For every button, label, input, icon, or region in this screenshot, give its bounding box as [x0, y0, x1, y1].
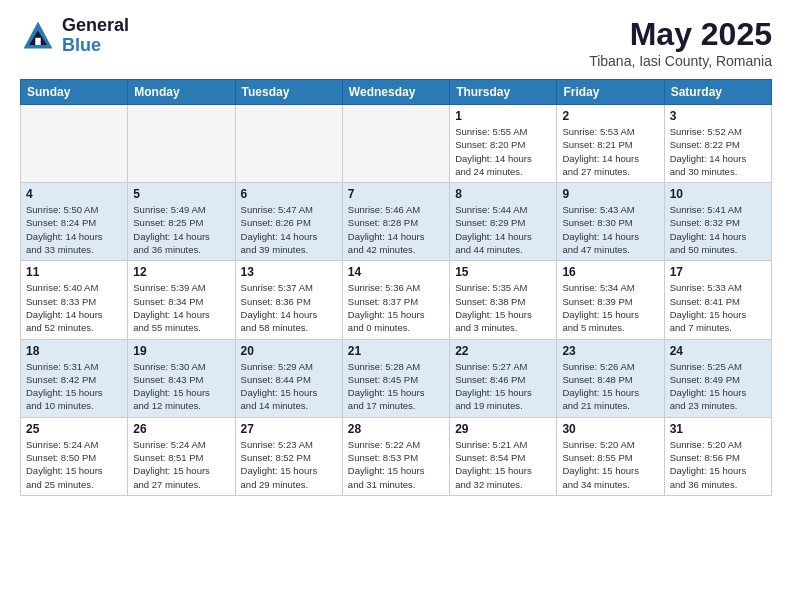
- calendar-week-row: 25Sunrise: 5:24 AM Sunset: 8:50 PM Dayli…: [21, 417, 772, 495]
- calendar-day-header: Tuesday: [235, 80, 342, 105]
- day-info: Sunrise: 5:52 AM Sunset: 8:22 PM Dayligh…: [670, 125, 766, 178]
- day-info: Sunrise: 5:47 AM Sunset: 8:26 PM Dayligh…: [241, 203, 337, 256]
- day-info: Sunrise: 5:28 AM Sunset: 8:45 PM Dayligh…: [348, 360, 444, 413]
- day-info: Sunrise: 5:41 AM Sunset: 8:32 PM Dayligh…: [670, 203, 766, 256]
- day-number: 19: [133, 344, 229, 358]
- calendar-day-cell: 28Sunrise: 5:22 AM Sunset: 8:53 PM Dayli…: [342, 417, 449, 495]
- day-number: 18: [26, 344, 122, 358]
- calendar-day-cell: 17Sunrise: 5:33 AM Sunset: 8:41 PM Dayli…: [664, 261, 771, 339]
- day-info: Sunrise: 5:22 AM Sunset: 8:53 PM Dayligh…: [348, 438, 444, 491]
- calendar-day-cell: 22Sunrise: 5:27 AM Sunset: 8:46 PM Dayli…: [450, 339, 557, 417]
- calendar-day-cell: 20Sunrise: 5:29 AM Sunset: 8:44 PM Dayli…: [235, 339, 342, 417]
- calendar-day-cell: 6Sunrise: 5:47 AM Sunset: 8:26 PM Daylig…: [235, 183, 342, 261]
- calendar-day-cell: 24Sunrise: 5:25 AM Sunset: 8:49 PM Dayli…: [664, 339, 771, 417]
- day-number: 15: [455, 265, 551, 279]
- day-number: 31: [670, 422, 766, 436]
- day-info: Sunrise: 5:43 AM Sunset: 8:30 PM Dayligh…: [562, 203, 658, 256]
- calendar-day-cell: 21Sunrise: 5:28 AM Sunset: 8:45 PM Dayli…: [342, 339, 449, 417]
- title-block: May 2025 Tibana, Iasi County, Romania: [589, 16, 772, 69]
- calendar-day-cell: 14Sunrise: 5:36 AM Sunset: 8:37 PM Dayli…: [342, 261, 449, 339]
- calendar-day-cell: 26Sunrise: 5:24 AM Sunset: 8:51 PM Dayli…: [128, 417, 235, 495]
- calendar-day-cell: 30Sunrise: 5:20 AM Sunset: 8:55 PM Dayli…: [557, 417, 664, 495]
- logo-general: General: [62, 16, 129, 36]
- calendar-day-header: Saturday: [664, 80, 771, 105]
- day-info: Sunrise: 5:26 AM Sunset: 8:48 PM Dayligh…: [562, 360, 658, 413]
- day-info: Sunrise: 5:36 AM Sunset: 8:37 PM Dayligh…: [348, 281, 444, 334]
- calendar-day-cell: 23Sunrise: 5:26 AM Sunset: 8:48 PM Dayli…: [557, 339, 664, 417]
- day-info: Sunrise: 5:46 AM Sunset: 8:28 PM Dayligh…: [348, 203, 444, 256]
- calendar-week-row: 4Sunrise: 5:50 AM Sunset: 8:24 PM Daylig…: [21, 183, 772, 261]
- calendar-day-cell: 1Sunrise: 5:55 AM Sunset: 8:20 PM Daylig…: [450, 105, 557, 183]
- day-info: Sunrise: 5:35 AM Sunset: 8:38 PM Dayligh…: [455, 281, 551, 334]
- calendar-day-cell: 12Sunrise: 5:39 AM Sunset: 8:34 PM Dayli…: [128, 261, 235, 339]
- month-year-title: May 2025: [589, 16, 772, 53]
- calendar-day-header: Wednesday: [342, 80, 449, 105]
- day-number: 17: [670, 265, 766, 279]
- day-info: Sunrise: 5:20 AM Sunset: 8:55 PM Dayligh…: [562, 438, 658, 491]
- calendar-day-cell: [128, 105, 235, 183]
- svg-rect-2: [35, 38, 40, 45]
- day-info: Sunrise: 5:27 AM Sunset: 8:46 PM Dayligh…: [455, 360, 551, 413]
- day-number: 23: [562, 344, 658, 358]
- calendar-day-header: Friday: [557, 80, 664, 105]
- day-number: 10: [670, 187, 766, 201]
- calendar-day-cell: 25Sunrise: 5:24 AM Sunset: 8:50 PM Dayli…: [21, 417, 128, 495]
- day-number: 1: [455, 109, 551, 123]
- day-info: Sunrise: 5:40 AM Sunset: 8:33 PM Dayligh…: [26, 281, 122, 334]
- day-info: Sunrise: 5:24 AM Sunset: 8:51 PM Dayligh…: [133, 438, 229, 491]
- day-number: 24: [670, 344, 766, 358]
- logo-icon: [20, 18, 56, 54]
- day-info: Sunrise: 5:44 AM Sunset: 8:29 PM Dayligh…: [455, 203, 551, 256]
- calendar-day-header: Monday: [128, 80, 235, 105]
- day-info: Sunrise: 5:55 AM Sunset: 8:20 PM Dayligh…: [455, 125, 551, 178]
- day-number: 27: [241, 422, 337, 436]
- calendar-day-cell: 18Sunrise: 5:31 AM Sunset: 8:42 PM Dayli…: [21, 339, 128, 417]
- calendar-day-cell: 29Sunrise: 5:21 AM Sunset: 8:54 PM Dayli…: [450, 417, 557, 495]
- day-info: Sunrise: 5:20 AM Sunset: 8:56 PM Dayligh…: [670, 438, 766, 491]
- calendar-header-row: SundayMondayTuesdayWednesdayThursdayFrid…: [21, 80, 772, 105]
- day-number: 13: [241, 265, 337, 279]
- calendar-day-cell: 9Sunrise: 5:43 AM Sunset: 8:30 PM Daylig…: [557, 183, 664, 261]
- calendar-week-row: 11Sunrise: 5:40 AM Sunset: 8:33 PM Dayli…: [21, 261, 772, 339]
- day-number: 4: [26, 187, 122, 201]
- day-number: 14: [348, 265, 444, 279]
- day-number: 28: [348, 422, 444, 436]
- day-number: 8: [455, 187, 551, 201]
- day-info: Sunrise: 5:21 AM Sunset: 8:54 PM Dayligh…: [455, 438, 551, 491]
- day-number: 5: [133, 187, 229, 201]
- calendar-day-cell: 19Sunrise: 5:30 AM Sunset: 8:43 PM Dayli…: [128, 339, 235, 417]
- day-info: Sunrise: 5:25 AM Sunset: 8:49 PM Dayligh…: [670, 360, 766, 413]
- day-info: Sunrise: 5:30 AM Sunset: 8:43 PM Dayligh…: [133, 360, 229, 413]
- location-subtitle: Tibana, Iasi County, Romania: [589, 53, 772, 69]
- day-number: 12: [133, 265, 229, 279]
- logo-blue: Blue: [62, 36, 129, 56]
- calendar-day-cell: 5Sunrise: 5:49 AM Sunset: 8:25 PM Daylig…: [128, 183, 235, 261]
- day-info: Sunrise: 5:50 AM Sunset: 8:24 PM Dayligh…: [26, 203, 122, 256]
- calendar-day-header: Thursday: [450, 80, 557, 105]
- calendar-day-cell: [235, 105, 342, 183]
- calendar-day-cell: 2Sunrise: 5:53 AM Sunset: 8:21 PM Daylig…: [557, 105, 664, 183]
- day-number: 21: [348, 344, 444, 358]
- calendar-day-header: Sunday: [21, 80, 128, 105]
- calendar-table: SundayMondayTuesdayWednesdayThursdayFrid…: [20, 79, 772, 496]
- calendar-day-cell: [342, 105, 449, 183]
- logo-text: General Blue: [62, 16, 129, 56]
- calendar-day-cell: 13Sunrise: 5:37 AM Sunset: 8:36 PM Dayli…: [235, 261, 342, 339]
- calendar-day-cell: 10Sunrise: 5:41 AM Sunset: 8:32 PM Dayli…: [664, 183, 771, 261]
- calendar-day-cell: 16Sunrise: 5:34 AM Sunset: 8:39 PM Dayli…: [557, 261, 664, 339]
- calendar-day-cell: 3Sunrise: 5:52 AM Sunset: 8:22 PM Daylig…: [664, 105, 771, 183]
- calendar-week-row: 18Sunrise: 5:31 AM Sunset: 8:42 PM Dayli…: [21, 339, 772, 417]
- calendar-day-cell: 11Sunrise: 5:40 AM Sunset: 8:33 PM Dayli…: [21, 261, 128, 339]
- calendar-day-cell: 8Sunrise: 5:44 AM Sunset: 8:29 PM Daylig…: [450, 183, 557, 261]
- day-info: Sunrise: 5:29 AM Sunset: 8:44 PM Dayligh…: [241, 360, 337, 413]
- day-info: Sunrise: 5:31 AM Sunset: 8:42 PM Dayligh…: [26, 360, 122, 413]
- day-number: 16: [562, 265, 658, 279]
- day-number: 6: [241, 187, 337, 201]
- calendar-day-cell: 7Sunrise: 5:46 AM Sunset: 8:28 PM Daylig…: [342, 183, 449, 261]
- day-info: Sunrise: 5:49 AM Sunset: 8:25 PM Dayligh…: [133, 203, 229, 256]
- calendar-day-cell: 4Sunrise: 5:50 AM Sunset: 8:24 PM Daylig…: [21, 183, 128, 261]
- day-number: 9: [562, 187, 658, 201]
- header: General Blue May 2025 Tibana, Iasi Count…: [20, 16, 772, 69]
- calendar-day-cell: 31Sunrise: 5:20 AM Sunset: 8:56 PM Dayli…: [664, 417, 771, 495]
- day-number: 30: [562, 422, 658, 436]
